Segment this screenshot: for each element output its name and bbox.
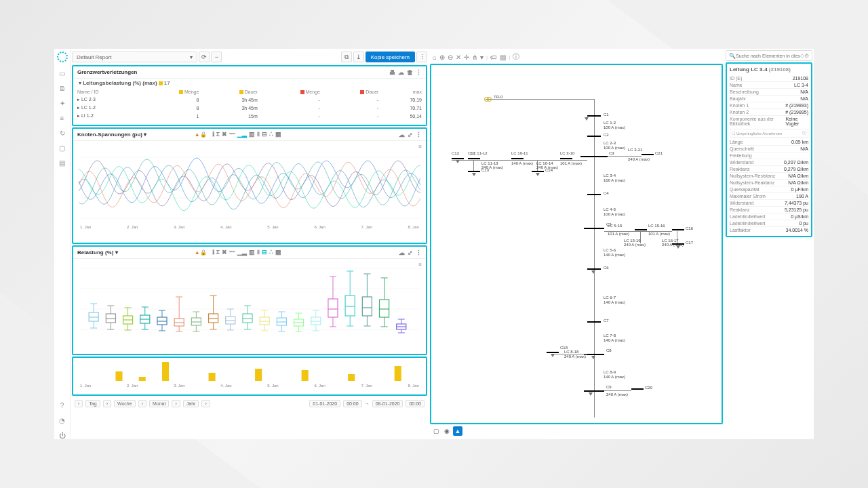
date-from[interactable]: 01-01-2020 — [309, 400, 340, 407]
svg-rect-91 — [362, 297, 372, 316]
report-dropdown[interactable]: Default Report▾ — [72, 52, 197, 62]
refresh-icon[interactable]: ⟳ — [199, 52, 210, 62]
tag-icon[interactable]: 🏷 — [490, 54, 497, 61]
nav-list-icon[interactable]: ≡ — [58, 114, 66, 122]
expand-icon[interactable]: ⤢ — [408, 249, 413, 256]
ct-line-icon[interactable]: 〰 — [229, 131, 235, 138]
panel-timeline: 1. Jan2. Jan3. Jan4. Jan5. Jan6. Jan7. J… — [72, 357, 427, 396]
print-icon[interactable]: 🖶 — [389, 69, 395, 76]
props-row: QuerschnittN/A — [730, 145, 808, 152]
tab-woche[interactable]: Woche — [114, 400, 136, 407]
download-icon[interactable]: ☁ — [399, 249, 405, 256]
ct-area-icon[interactable]: ▁▂ — [237, 131, 247, 138]
time-from[interactable]: 00:00 — [343, 400, 362, 407]
ct-bar-icon[interactable]: ▥ — [249, 131, 255, 138]
tab-monat[interactable]: Monat — [149, 400, 169, 407]
delete-icon[interactable]: 🗑 — [407, 69, 413, 76]
info-icon[interactable]: ⓘ — [513, 52, 519, 62]
network-icon[interactable]: ⋔ — [472, 54, 477, 61]
ct-scat-icon[interactable]: ∴ — [269, 249, 273, 256]
more-icon[interactable]: ⋮ — [416, 131, 422, 138]
time-to[interactable]: 00:00 — [406, 400, 425, 407]
table-row[interactable]: ▸ LI 1-2115m--50,14 — [75, 113, 425, 119]
tab-tag[interactable]: Tag — [85, 400, 100, 407]
next-icon[interactable]: › — [103, 400, 111, 407]
next-icon[interactable]: › — [138, 400, 146, 407]
ct-tbl-icon[interactable]: ▦ — [275, 249, 281, 256]
ct-box-icon[interactable]: ⊟ — [262, 131, 267, 138]
nav-history-icon[interactable]: ↻ — [58, 129, 66, 137]
svg-rect-103 — [115, 371, 122, 381]
download-icon[interactable]: ☁ — [398, 69, 404, 76]
date-to[interactable]: 08-01-2020 — [372, 400, 403, 407]
search-input[interactable] — [736, 54, 800, 58]
svg-rect-105 — [162, 362, 169, 381]
download-icon[interactable]: ☁ — [399, 131, 405, 138]
ct-hist-icon[interactable]: ⫴ — [257, 131, 260, 138]
props-row: Lastfaktor34.0014 % — [730, 226, 808, 233]
props-row: Widerstand7,44373 pu — [730, 199, 808, 206]
ct-hist-icon[interactable]: ⫴ — [257, 249, 260, 256]
nav-settings-icon[interactable]: ▤ — [58, 159, 66, 167]
props-row: Knoten 2# (219895) — [730, 108, 808, 115]
prev-icon[interactable]: ‹ — [75, 400, 83, 407]
lock-icon[interactable]: 🔒 — [200, 249, 207, 256]
view3-icon[interactable]: ▲ — [453, 426, 462, 436]
ct-area-icon[interactable]: ▁▂ — [237, 249, 247, 256]
more-icon[interactable]: ⋮ — [416, 249, 422, 256]
nav-monitor-icon[interactable]: ▢ — [58, 144, 66, 152]
nav-dashboard-icon[interactable]: ▭ — [58, 69, 66, 77]
ct-filter-icon[interactable]: ✖ — [222, 131, 227, 138]
nav-user-icon[interactable]: ◔ — [58, 416, 66, 424]
save-copy-button[interactable]: Kopie speichern — [366, 52, 415, 62]
view2-icon[interactable]: ◉ — [442, 426, 452, 436]
home-icon[interactable]: ⌂ — [433, 54, 437, 61]
export-icon[interactable]: ⤓ — [353, 52, 364, 62]
ct-line-icon[interactable]: 〰 — [229, 249, 235, 256]
ct-info-icon[interactable]: ℹ — [212, 249, 214, 256]
svg-rect-110 — [395, 366, 401, 381]
zoom-in-icon[interactable]: ⊕ — [439, 54, 445, 61]
next-icon[interactable]: › — [201, 400, 210, 407]
props-row: Knoten 1# (219893) — [730, 102, 808, 108]
nav-search-icon[interactable]: ✦ — [58, 99, 66, 107]
table-row[interactable]: ▸ LC 1-283h 45m--70,71 — [75, 104, 425, 111]
legend-icon[interactable]: ≡ — [418, 144, 422, 150]
nav-help-icon[interactable]: ? — [58, 401, 66, 409]
view1-icon[interactable]: ▢ — [431, 426, 441, 436]
ct-sum-icon[interactable]: Σ — [216, 249, 220, 256]
legend-icon[interactable]: ≡ — [418, 262, 422, 268]
lock-icon[interactable]: 🔒 — [200, 131, 207, 138]
nav-power-icon[interactable]: ⏻ — [58, 431, 66, 439]
ct-tbl-icon[interactable]: ▦ — [275, 131, 281, 138]
ct-bar-icon[interactable]: ▥ — [249, 249, 255, 256]
zoom-out-icon[interactable]: ⊖ — [448, 54, 453, 61]
nav-files-icon[interactable]: 🗎 — [58, 84, 66, 92]
svg-rect-86 — [345, 296, 355, 316]
props-section[interactable]: ☐ Ursprüngliche Annehmenⓘ — [730, 129, 808, 138]
props-title: Leitung LC 3-4 (219108) — [730, 66, 808, 73]
next-icon[interactable]: › — [172, 400, 180, 407]
minus-icon[interactable]: − — [211, 52, 222, 62]
gear-icon[interactable]: ⚙ — [804, 53, 809, 59]
ct-scat-icon[interactable]: ∴ — [269, 131, 273, 138]
layers-icon[interactable]: ▤ — [500, 54, 506, 61]
panel-title: Knoten-Spannungen (pu) ▾ — [77, 131, 195, 138]
properties-panel: Leitung LC 3-4 (219108) ID (E)219108Name… — [726, 62, 812, 237]
props-row: Ladeblindleitwert0 pu — [730, 220, 808, 226]
props-row: Querkapazität0 µF/km — [730, 186, 808, 192]
chevron-down-icon[interactable]: ▾ — [480, 54, 484, 61]
table-row[interactable]: ▸ LC 2-383h 45m--70,19 — [75, 96, 425, 103]
crosshair-icon[interactable]: ✛ — [464, 54, 469, 61]
tab-jahr[interactable]: Jahr — [183, 400, 199, 407]
copy-icon[interactable]: ⧉ — [341, 52, 352, 62]
expand-icon[interactable]: ⤢ — [408, 131, 413, 138]
ct-box-icon[interactable]: ⊟ — [262, 249, 267, 256]
more-icon[interactable]: ⋮ — [416, 52, 427, 62]
close-icon[interactable]: ✕ — [456, 54, 461, 61]
more-icon[interactable]: ⋮ — [416, 69, 422, 76]
network-diagram[interactable]: TR-0 C1 LC 1-2 100 A (max) C2 LC 2-3 100… — [430, 64, 723, 424]
ct-info-icon[interactable]: ℹ — [212, 131, 214, 138]
ct-sum-icon[interactable]: Σ — [216, 131, 220, 138]
ct-filter-icon[interactable]: ✖ — [222, 249, 227, 256]
